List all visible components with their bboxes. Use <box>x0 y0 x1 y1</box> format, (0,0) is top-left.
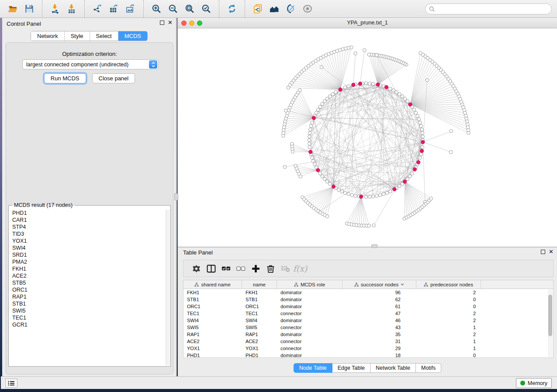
table-scrollbar[interactable] <box>548 289 553 357</box>
network-canvas[interactable] <box>178 28 557 247</box>
table-cell: 62 <box>343 296 416 303</box>
table-cell: SWI5 <box>183 324 242 331</box>
mcds-result-item[interactable]: YOX1 <box>10 237 165 244</box>
close-panel-icon[interactable]: ✕ <box>168 21 173 25</box>
column-header-name[interactable]: name <box>242 280 277 289</box>
mcds-result-item[interactable]: STB5 <box>10 279 165 286</box>
table-divider-handle[interactable] <box>371 244 377 248</box>
show-columns-icon[interactable] <box>204 262 218 275</box>
close-panel-button[interactable]: Close panel <box>92 73 135 83</box>
table-header-row: shared namenameMCDS rolesuccessor nodesp… <box>183 280 553 289</box>
tab-mcds[interactable]: MCDS <box>118 31 147 41</box>
table-row[interactable]: SWI5SWI5connector431 <box>183 324 553 331</box>
tab-node-table[interactable]: Node Table <box>294 363 332 373</box>
table-close-icon[interactable]: ✕ <box>549 250 554 254</box>
table-row[interactable]: FKH1FKH1dominator962 <box>183 289 553 296</box>
table-cell: SWI4 <box>242 317 277 324</box>
export-table-icon[interactable] <box>107 3 121 15</box>
optimization-criterion-select[interactable]: largest connected component (undirected) <box>22 59 159 69</box>
delete-row-icon[interactable] <box>263 262 278 275</box>
tab-network-table[interactable]: Network Table <box>370 363 416 373</box>
add-row-icon[interactable] <box>248 262 263 275</box>
table-cell: TEC1 <box>242 310 277 317</box>
mcds-result-item[interactable]: SRD1 <box>10 251 165 258</box>
column-header-shared-name[interactable]: shared name <box>183 280 242 289</box>
table-row[interactable]: TEC1TEC1connector472 <box>183 310 553 317</box>
table-cell: PHD1 <box>242 352 277 358</box>
zoom-selected-icon[interactable] <box>200 3 213 15</box>
tab-motifs[interactable]: Motifs <box>416 363 441 373</box>
export-network-icon[interactable] <box>91 3 104 15</box>
panel-divider-handle[interactable] <box>174 193 178 200</box>
zoom-out-icon[interactable] <box>166 3 180 15</box>
table-cell: 0 <box>416 296 481 303</box>
table-cell: 96 <box>343 289 416 296</box>
result-scrollbar[interactable] <box>166 210 170 365</box>
column-header-filler <box>481 280 552 289</box>
table-row[interactable]: ACE2ACE2connector311 <box>183 338 553 345</box>
run-mcds-button[interactable]: Run MCDS <box>44 73 86 83</box>
table-cell: PHD1 <box>183 352 242 358</box>
mcds-result-item[interactable]: TID3 <box>10 230 165 237</box>
memory-button[interactable]: Memory <box>516 378 552 388</box>
table-row[interactable]: RAP1RAP1dominator352 <box>183 331 553 338</box>
mcds-result-item[interactable]: STP4 <box>10 224 165 230</box>
float-panel-icon[interactable] <box>160 21 164 25</box>
refresh-layout-icon[interactable] <box>225 3 239 15</box>
mcds-result-item[interactable]: SWI5 <box>10 307 165 314</box>
mcds-result-item[interactable]: PHD1 <box>10 210 165 217</box>
memory-status-icon <box>520 381 525 385</box>
tab-edge-table[interactable]: Edge Table <box>332 363 370 373</box>
zoom-fit-icon[interactable] <box>183 3 196 15</box>
table-row[interactable]: YOX1YOX1connector291 <box>183 345 553 352</box>
show-graphics-details-icon[interactable] <box>301 3 314 15</box>
mcds-result-item[interactable]: STB1 <box>10 300 165 307</box>
mcds-result-item[interactable]: ACE2 <box>10 272 165 279</box>
mcds-result-item[interactable]: TEC1 <box>10 314 165 321</box>
mcds-result-item[interactable]: SWI4 <box>10 244 165 251</box>
mcds-result-item[interactable]: GCR1 <box>10 321 165 328</box>
settings-icon[interactable] <box>189 262 204 275</box>
mcds-tab-content: Optimization criterion: largest connecte… <box>6 42 173 375</box>
import-table-icon[interactable] <box>65 3 78 15</box>
table-cell: 1 <box>416 345 481 352</box>
table-cell: RAP1 <box>183 331 242 338</box>
column-header-predecessor-nodes[interactable]: predecessor nodes <box>416 280 481 289</box>
search-input[interactable] <box>438 6 548 12</box>
table-cell: FKH1 <box>183 289 242 296</box>
tab-network[interactable]: Network <box>31 31 64 41</box>
table-tabs: Node TableEdge TableNetwork TableMotifs <box>178 363 557 373</box>
select-all-icon[interactable] <box>218 262 233 275</box>
export-image-icon[interactable] <box>124 3 137 15</box>
mcds-result-item[interactable]: FKH1 <box>10 265 165 272</box>
table-row[interactable]: PHD1PHD1dominator180 <box>183 352 553 358</box>
column-header-MCDS-role[interactable]: MCDS role <box>277 280 343 289</box>
tab-select[interactable]: Select <box>90 31 118 41</box>
table-cell: dominator <box>277 331 343 338</box>
tab-style[interactable]: Style <box>64 31 90 41</box>
mcds-result-title: MCDS result (17 nodes) <box>12 202 74 208</box>
column-header-successor-nodes[interactable]: successor nodes <box>343 280 416 289</box>
table-float-icon[interactable] <box>541 250 545 254</box>
mcds-result-item[interactable]: ORC1 <box>10 286 165 293</box>
mcds-result-item[interactable]: PMA2 <box>10 258 165 265</box>
hide-graphics-details-icon[interactable] <box>284 3 298 15</box>
open-session-icon[interactable] <box>6 3 19 15</box>
table-cell: 43 <box>343 324 416 331</box>
table-row[interactable]: ORC1ORC1dominator610 <box>183 303 553 310</box>
table-row[interactable]: STB1STB1dominator620 <box>183 296 553 303</box>
task-history-button[interactable] <box>5 378 17 388</box>
table-cell: connector <box>277 338 343 345</box>
clone-network-icon[interactable] <box>251 3 264 15</box>
table-row[interactable]: SWI4SWI4dominator462 <box>183 317 553 324</box>
deselect-all-icon[interactable] <box>233 262 248 275</box>
table-cell: dominator <box>277 317 343 324</box>
zoom-in-icon[interactable] <box>150 3 163 15</box>
mcds-result-item[interactable]: CAR1 <box>10 217 165 224</box>
import-network-icon[interactable] <box>48 3 62 15</box>
mcds-result-item[interactable]: RAP1 <box>10 293 165 300</box>
show-all-networks-icon[interactable] <box>268 3 281 15</box>
save-session-icon[interactable] <box>23 3 36 15</box>
node-table: shared namenameMCDS rolesuccessor nodesp… <box>183 280 554 358</box>
search-box[interactable] <box>425 3 552 14</box>
